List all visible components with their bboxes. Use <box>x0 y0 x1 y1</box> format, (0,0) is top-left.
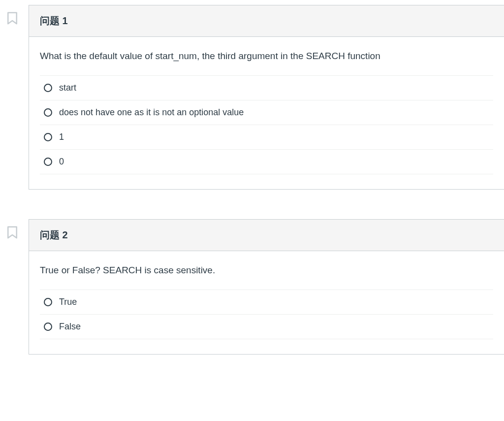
option-row[interactable]: start <box>40 76 493 100</box>
radio-icon[interactable] <box>44 298 52 306</box>
question-text: True or False? SEARCH is case sensitive. <box>40 265 493 276</box>
question-card-1: 问题 1 What is the default value of start_… <box>29 5 504 190</box>
radio-icon[interactable] <box>44 84 52 92</box>
question-title: 问题 2 <box>40 228 493 242</box>
option-row[interactable]: 0 <box>40 150 493 174</box>
option-label: does not have one as it is not an option… <box>59 107 244 118</box>
option-label: 0 <box>59 157 64 167</box>
option-row[interactable]: False <box>40 315 493 339</box>
option-row[interactable]: does not have one as it is not an option… <box>40 100 493 125</box>
bookmark-icon[interactable] <box>5 11 20 26</box>
option-label: True <box>59 297 77 307</box>
option-label: False <box>59 322 81 332</box>
option-row[interactable]: 1 <box>40 125 493 150</box>
question-body: True or False? SEARCH is case sensitive.… <box>29 251 504 354</box>
question-header: 问题 1 <box>29 5 504 37</box>
option-row[interactable]: True <box>40 290 493 315</box>
options-list: True False <box>40 290 493 339</box>
radio-icon[interactable] <box>44 133 52 141</box>
question-body: What is the default value of start_num, … <box>29 37 504 189</box>
question-title: 问题 1 <box>40 14 493 28</box>
question-block-2: 问题 2 True or False? SEARCH is case sensi… <box>5 219 504 355</box>
option-label: start <box>59 83 76 93</box>
option-label: 1 <box>59 132 64 142</box>
question-header: 问题 2 <box>29 220 504 251</box>
radio-icon[interactable] <box>44 323 52 331</box>
question-text: What is the default value of start_num, … <box>40 51 493 62</box>
radio-icon[interactable] <box>44 108 52 117</box>
radio-icon[interactable] <box>44 158 52 166</box>
bookmark-icon[interactable] <box>5 225 20 240</box>
question-block-1: 问题 1 What is the default value of start_… <box>5 5 504 190</box>
question-card-2: 问题 2 True or False? SEARCH is case sensi… <box>29 219 504 355</box>
options-list: start does not have one as it is not an … <box>40 75 493 174</box>
